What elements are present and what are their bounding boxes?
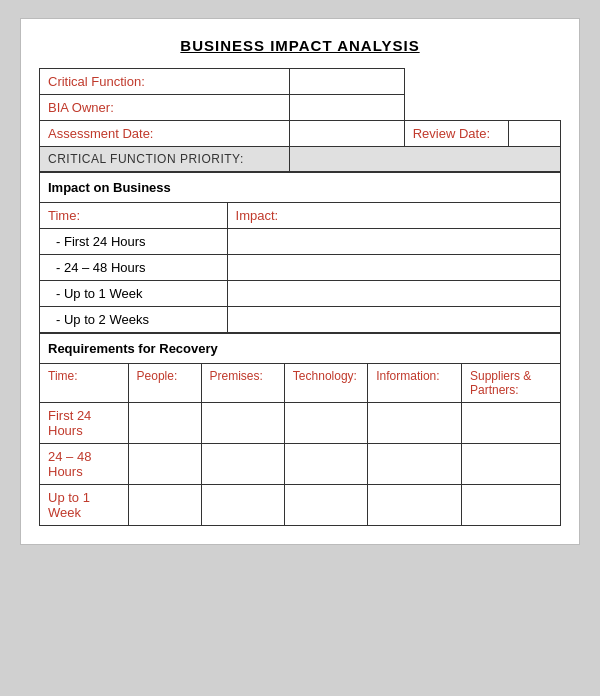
assessment-date-label: Assessment Date: [40,121,290,147]
recovery-section-header: Requirements for Recovery [40,334,561,364]
recovery-table: Requirements for Recovery Time: People: … [39,333,561,526]
impact-time-2: - Up to 1 Week [40,281,228,307]
recovery-people-2[interactable] [128,485,201,526]
recovery-col-headers: Time: People: Premises: Technology: Info… [40,364,561,403]
impact-row-2: - Up to 1 Week [40,281,561,307]
priority-value[interactable] [290,147,561,172]
dates-row: Assessment Date: Review Date: [40,121,561,147]
impact-col-headers: Time: Impact: [40,203,561,229]
recovery-suppliers-1[interactable] [461,444,560,485]
impact-time-1: - 24 – 48 Hours [40,255,228,281]
document: BUSINESS IMPACT ANALYSIS Critical Functi… [20,18,580,545]
col-premises: Premises: [201,364,284,403]
recovery-info-1[interactable] [368,444,462,485]
priority-row: CRITICAL FUNCTION PRIORITY: [40,147,561,172]
impact-row-1: - 24 – 48 Hours [40,255,561,281]
bia-owner-row: BIA Owner: [40,95,561,121]
recovery-premises-2[interactable] [201,485,284,526]
col-information: Information: [368,364,462,403]
recovery-time-2: Up to 1 Week [40,485,129,526]
impact-row-0: - First 24 Hours [40,229,561,255]
recovery-time-0: First 24 Hours [40,403,129,444]
critical-function-label: Critical Function: [40,69,290,95]
review-date-label: Review Date: [404,121,508,147]
priority-label: CRITICAL FUNCTION PRIORITY: [40,147,290,172]
critical-function-row: Critical Function: [40,69,561,95]
impact-table: Impact on Business Time: Impact: - First… [39,172,561,333]
page-title: BUSINESS IMPACT ANALYSIS [39,37,561,54]
impact-impact-header: Impact: [227,203,560,229]
bia-owner-value[interactable] [290,95,405,121]
impact-value-2[interactable] [227,281,560,307]
recovery-premises-1[interactable] [201,444,284,485]
recovery-info-2[interactable] [368,485,462,526]
impact-section-header: Impact on Business [40,173,561,203]
critical-function-value[interactable] [290,69,405,95]
recovery-tech-1[interactable] [284,444,367,485]
review-date-value[interactable] [508,121,560,147]
recovery-premises-0[interactable] [201,403,284,444]
impact-header-label: Impact on Business [40,173,561,203]
col-suppliers-label: Suppliers & Partners: [470,369,531,397]
recovery-tech-2[interactable] [284,485,367,526]
recovery-people-0[interactable] [128,403,201,444]
main-table: Critical Function: BIA Owner: Assessment… [39,68,561,172]
impact-value-1[interactable] [227,255,560,281]
recovery-time-1: 24 – 48 Hours [40,444,129,485]
recovery-people-1[interactable] [128,444,201,485]
recovery-header-label: Requirements for Recovery [40,334,561,364]
impact-row-3: - Up to 2 Weeks [40,307,561,333]
impact-value-3[interactable] [227,307,560,333]
impact-time-0: - First 24 Hours [40,229,228,255]
recovery-info-0[interactable] [368,403,462,444]
recovery-row-1: 24 – 48 Hours [40,444,561,485]
col-suppliers: Suppliers & Partners: [461,364,560,403]
col-technology: Technology: [284,364,367,403]
col-time: Time: [40,364,129,403]
recovery-suppliers-0[interactable] [461,403,560,444]
assessment-date-value[interactable] [290,121,405,147]
recovery-tech-0[interactable] [284,403,367,444]
impact-value-0[interactable] [227,229,560,255]
bia-owner-label: BIA Owner: [40,95,290,121]
impact-time-header: Time: [40,203,228,229]
col-people: People: [128,364,201,403]
impact-time-3: - Up to 2 Weeks [40,307,228,333]
col-technology-label: Technology: [293,369,357,383]
recovery-row-0: First 24 Hours [40,403,561,444]
recovery-suppliers-2[interactable] [461,485,560,526]
recovery-row-2: Up to 1 Week [40,485,561,526]
